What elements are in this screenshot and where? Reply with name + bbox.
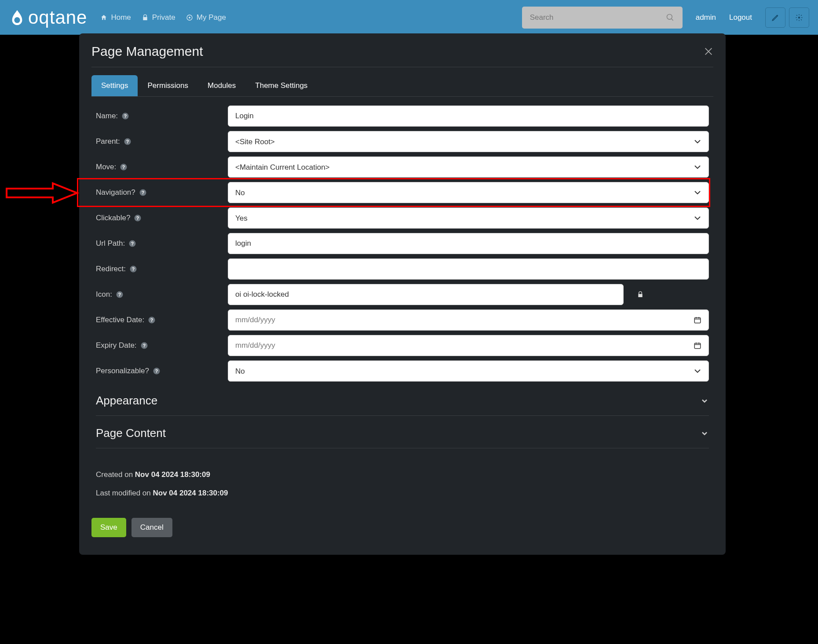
chevron-down-icon [700,397,709,405]
help-icon[interactable]: ? [139,189,147,196]
nav-mypage-label: My Page [197,13,226,22]
cancel-button[interactable]: Cancel [131,518,172,537]
svg-rect-23 [694,318,701,323]
svg-text:?: ? [126,139,129,144]
label-effective: Effective Date: ? [96,316,228,324]
svg-text:?: ? [118,292,121,297]
home-icon [100,14,107,21]
svg-rect-26 [694,343,701,349]
svg-text:?: ? [131,241,134,246]
logout-link[interactable]: Logout [729,13,752,22]
help-icon[interactable]: ? [148,316,156,324]
help-icon[interactable]: ? [120,163,128,171]
svg-text:?: ? [142,190,144,195]
input-effective-date[interactable]: mm/dd/yyyy [228,309,709,331]
help-icon[interactable]: ? [124,138,131,146]
select-parent[interactable]: <Site Root> [228,131,709,152]
created-on: Created on Nov 04 2024 18:30:09 [96,470,709,479]
label-navigation: Navigation? ? [96,188,228,197]
label-icon: Icon: ? [96,290,228,299]
nav-links: Home Private My Page [100,13,226,22]
nav-home[interactable]: Home [100,13,131,22]
tab-theme-settings[interactable]: Theme Settings [245,75,317,96]
lock-icon [142,14,149,21]
row-parent: Parent: ? <Site Root> [96,131,709,152]
row-personalizable: Personalizable? ? No [96,360,709,382]
save-button[interactable]: Save [91,518,126,537]
tab-permissions[interactable]: Permissions [138,75,198,96]
select-move[interactable]: <Maintain Current Location> [228,156,709,178]
search-input[interactable] [530,13,666,22]
top-navbar: oqtane Home Private My Page admin Logout [0,0,818,35]
label-move: Move: ? [96,163,228,171]
input-name[interactable] [228,106,709,127]
svg-text:?: ? [150,317,153,323]
logo-text: oqtane [28,7,87,28]
modified-on: Last modified on Nov 04 2024 18:30:09 [96,489,709,498]
nav-private-label: Private [152,13,175,22]
tabs: Settings Permissions Modules Theme Setti… [91,75,713,97]
input-expiry-date[interactable]: mm/dd/yyyy [228,335,709,356]
row-move: Move: ? <Maintain Current Location> [96,156,709,178]
modal-header: Page Management [91,44,713,67]
lock-locked-icon [637,291,644,298]
help-icon[interactable]: ? [128,240,136,247]
section-appearance[interactable]: Appearance [96,386,709,416]
svg-point-4 [798,16,800,18]
gear-icon [795,14,803,22]
svg-point-0 [14,17,20,23]
row-navigation: Navigation? ? No [96,182,709,203]
page-management-modal: Page Management Settings Permissions Mod… [79,33,726,555]
label-clickable: Clickable? ? [96,214,228,222]
close-icon[interactable] [704,47,713,56]
input-icon[interactable] [228,284,624,305]
svg-point-2 [189,17,190,18]
help-icon[interactable]: ? [116,291,124,298]
label-name: Name: ? [96,112,228,120]
row-effective: Effective Date: ? mm/dd/yyyy [96,309,709,331]
settings-form: Name: ? Parent: ? <Site Root> Move: ? <M… [91,106,713,498]
help-icon[interactable]: ? [134,214,142,222]
help-icon[interactable]: ? [140,342,148,349]
settings-button[interactable] [789,7,809,28]
input-urlpath[interactable] [228,233,709,254]
label-expiry: Expiry Date: ? [96,341,228,350]
svg-text:?: ? [136,215,139,221]
help-icon[interactable]: ? [129,265,137,273]
row-urlpath: Url Path: ? [96,233,709,254]
label-redirect: Redirect: ? [96,265,228,273]
help-icon[interactable]: ? [153,367,161,375]
nav-private[interactable]: Private [142,13,175,22]
row-redirect: Redirect: ? [96,258,709,280]
label-personalizable: Personalizable? ? [96,367,228,375]
section-appearance-title: Appearance [96,394,157,408]
input-redirect[interactable] [228,258,709,280]
select-navigation[interactable]: No [228,182,709,203]
user-link[interactable]: admin [696,13,716,22]
select-clickable[interactable]: Yes [228,207,709,229]
search-box[interactable] [522,7,683,29]
svg-text:?: ? [124,113,127,119]
edit-button[interactable] [765,7,785,28]
calendar-icon [694,316,701,324]
section-page-content[interactable]: Page Content [96,418,709,448]
select-personalizable[interactable]: No [228,360,709,382]
nav-mypage[interactable]: My Page [186,13,226,22]
help-icon[interactable]: ? [121,112,129,120]
svg-text:?: ? [155,368,158,374]
brand-logo[interactable]: oqtane [9,7,87,28]
target-icon [186,14,193,21]
logo-icon [9,9,26,26]
label-parent: Parent: ? [96,137,228,146]
label-urlpath: Url Path: ? [96,239,228,248]
tab-modules[interactable]: Modules [198,75,245,96]
row-clickable: Clickable? ? Yes [96,207,709,229]
tab-settings[interactable]: Settings [91,75,138,96]
annotation-arrow-icon [4,182,79,204]
nav-right: admin Logout [522,7,809,29]
modal-title: Page Management [91,44,203,59]
search-icon [666,13,675,22]
row-icon: Icon: ? [96,284,709,305]
nav-home-label: Home [111,13,131,22]
svg-text:?: ? [122,164,125,170]
